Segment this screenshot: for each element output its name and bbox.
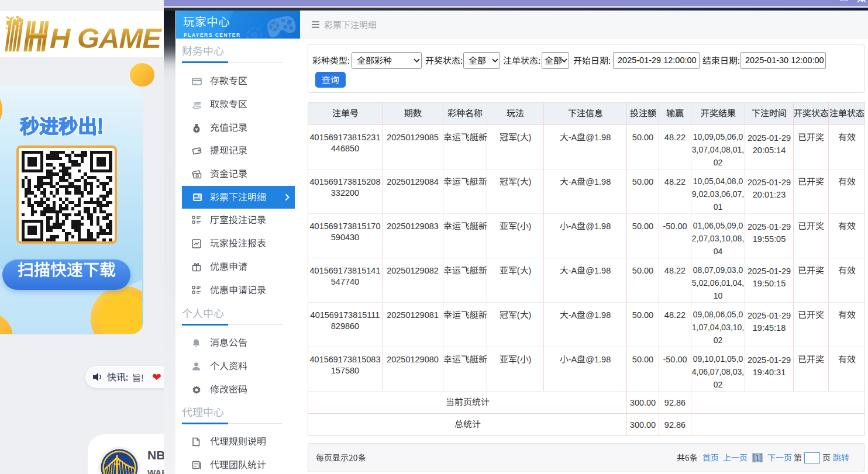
svg-text:H GAME: H GAME bbox=[50, 22, 162, 54]
svg-text:¥: ¥ bbox=[195, 127, 198, 132]
